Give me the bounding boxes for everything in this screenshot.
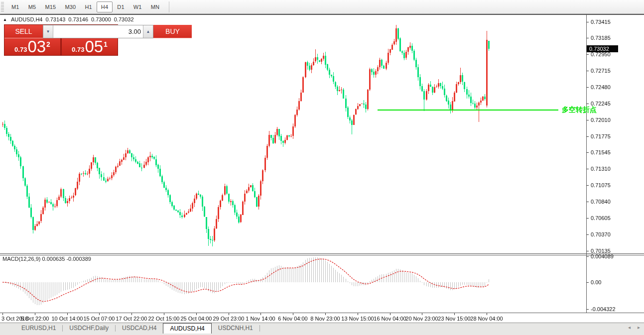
- candlestick-chart-canvas[interactable]: [0, 15, 586, 313]
- volume-decrease-button[interactable]: ▼: [43, 25, 53, 38]
- title-high: 0.73146: [68, 16, 88, 22]
- price-axis-tick: [587, 234, 589, 235]
- price-axis-label: 0.72480: [591, 84, 611, 90]
- volume-increase-button[interactable]: ▲: [143, 25, 153, 38]
- timeframe-button-w1[interactable]: W1: [129, 1, 146, 12]
- sell-button-label: SELL: [15, 27, 32, 35]
- sell-button[interactable]: SELL: [4, 25, 43, 38]
- buy-price-big-digits: 05: [85, 38, 103, 55]
- sell-price-button[interactable]: 0.73 03 2: [4, 38, 60, 55]
- chart-ohlc-title: ▲ AUDUSD,H4 0.73143 0.73146 0.73000 0.73…: [3, 16, 134, 22]
- pane-splitter-line[interactable]: [0, 253, 644, 254]
- volume-stepper: ▼ ▲: [43, 25, 153, 38]
- time-axis-tick: [358, 313, 358, 315]
- timeframe-button-m5[interactable]: M5: [24, 1, 41, 12]
- timeframe-button-h1[interactable]: H1: [80, 1, 96, 12]
- pane-splitter-line[interactable]: [0, 255, 644, 255]
- macd-axis-tick: [587, 282, 589, 283]
- price-axis-tick: [587, 152, 589, 153]
- price-axis-label: 0.70605: [591, 215, 611, 221]
- support-annotation-label[interactable]: 多空转折点: [562, 106, 597, 114]
- price-axis-tick: [587, 71, 589, 71]
- price-axis-tick: [587, 218, 589, 219]
- time-axis-tick: [35, 313, 35, 315]
- price-axis-tick: [587, 38, 589, 38]
- buy-price-button[interactable]: 0.73 05 1: [62, 38, 118, 55]
- price-axis-tick: [587, 120, 589, 120]
- time-axis-label: 8 Nov 23:00: [310, 316, 340, 322]
- sell-price-big-digits: 03: [27, 38, 46, 55]
- price-axis-label: 0.70370: [591, 231, 611, 237]
- time-axis-tick: [390, 313, 390, 315]
- time-axis-label: 20 Nov 23:00: [405, 316, 438, 322]
- current-price-tag: 0.73032: [587, 45, 618, 52]
- time-axis-tick: [131, 313, 132, 315]
- title-low: 0.73000: [91, 16, 111, 22]
- timeframe-button-m15[interactable]: M15: [40, 1, 60, 12]
- buy-button[interactable]: BUY: [153, 25, 192, 38]
- time-axis-tick: [196, 313, 197, 315]
- timeframe-button-d1[interactable]: D1: [113, 1, 129, 12]
- time-axis-tick: [99, 313, 100, 315]
- chart-tab-usdcad-h4[interactable]: USDCAD,H4: [116, 323, 163, 333]
- price-axis-border: [586, 15, 587, 313]
- price-axis-tick: [587, 185, 589, 186]
- title-symbol: AUDUSD,H4: [11, 16, 43, 22]
- chart-tab-audusd-h4[interactable]: AUDUSD,H4: [163, 323, 211, 334]
- tab-separator: [259, 325, 260, 332]
- price-axis-label: 0.72715: [591, 68, 611, 74]
- price-axis-tick: [587, 104, 589, 104]
- chart-tab-eurusd-h1[interactable]: EURUSD,H1: [15, 323, 62, 333]
- price-axis-label: 0.71545: [591, 149, 611, 155]
- macd-indicator-label: MACD(12,26,9) 0.000635 -0.000389: [2, 256, 91, 262]
- price-axis-tick: [587, 251, 589, 251]
- buy-price-prefix: 0.73: [72, 45, 84, 55]
- time-axis-label: 5 Oct 22:00: [21, 316, 49, 322]
- buy-price-pipette: 1: [104, 41, 108, 48]
- chart-tab-bar: EURUSD,H1USDCHF,DailyUSDCAD,H4AUDUSD,H4U…: [0, 323, 644, 335]
- macd-axis-tick: [587, 256, 589, 257]
- toolbar-grip-handle[interactable]: [1, 2, 4, 12]
- macd-axis-label: -0.004322: [591, 306, 616, 312]
- volume-input[interactable]: [53, 25, 143, 38]
- tab-scroll-right-icon[interactable]: ▸: [638, 325, 640, 330]
- timeframe-toolbar: M1M5M15M30H1H4D1W1MN: [0, 0, 644, 14]
- toolbar-separator: [169, 1, 169, 12]
- price-axis-label: 0.72010: [591, 117, 611, 123]
- macd-axis-label: 0.004089: [591, 253, 614, 259]
- chart-tab-usdcnh-h1[interactable]: USDCNH,H1: [212, 323, 259, 333]
- buy-button-label: BUY: [165, 27, 180, 35]
- time-axis-label: 28 Nov 04:00: [470, 316, 503, 322]
- price-axis-label: 0.71310: [591, 166, 611, 172]
- price-axis-tick: [587, 54, 589, 55]
- time-axis-tick: [2, 313, 3, 315]
- price-axis-tick: [587, 136, 589, 137]
- title-close: 0.73032: [114, 16, 134, 22]
- timeframe-button-h4[interactable]: H4: [97, 1, 113, 12]
- price-axis-tick: [587, 87, 589, 88]
- time-axis-label: 23 Nov 15:00: [438, 316, 470, 322]
- time-axis-label: 22 Oct 15:00: [148, 316, 180, 322]
- sell-price-prefix: 0.73: [14, 45, 27, 55]
- time-axis-tick: [422, 313, 422, 315]
- timeframe-button-m1[interactable]: M1: [7, 1, 24, 12]
- price-axis-label: 0.73415: [591, 19, 611, 25]
- chart-tab-usdchf-daily[interactable]: USDCHF,Daily: [63, 323, 115, 333]
- time-axis-tick: [293, 313, 293, 315]
- support-trendline[interactable]: [378, 110, 558, 111]
- title-marker-icon: ▲: [3, 17, 7, 22]
- timeframe-button-m30[interactable]: M30: [60, 1, 80, 12]
- time-axis-label: 16 Nov 04:00: [374, 316, 406, 322]
- price-axis-tick: [587, 169, 589, 169]
- time-axis-tick: [229, 313, 229, 315]
- macd-axis-tick: [587, 309, 589, 310]
- title-open: 0.73143: [46, 16, 66, 22]
- time-axis-tick: [260, 313, 261, 315]
- time-axis-label: 25 Oct 04:00: [181, 316, 212, 322]
- tab-scroll-left-icon[interactable]: ◂: [628, 325, 631, 330]
- time-axis-label: 1 Nov 14:00: [246, 316, 275, 322]
- price-axis-label: 0.71075: [591, 182, 611, 188]
- price-axis-tick: [587, 22, 589, 22]
- timeframe-button-mn[interactable]: MN: [146, 1, 164, 12]
- time-axis-tick: [164, 313, 164, 315]
